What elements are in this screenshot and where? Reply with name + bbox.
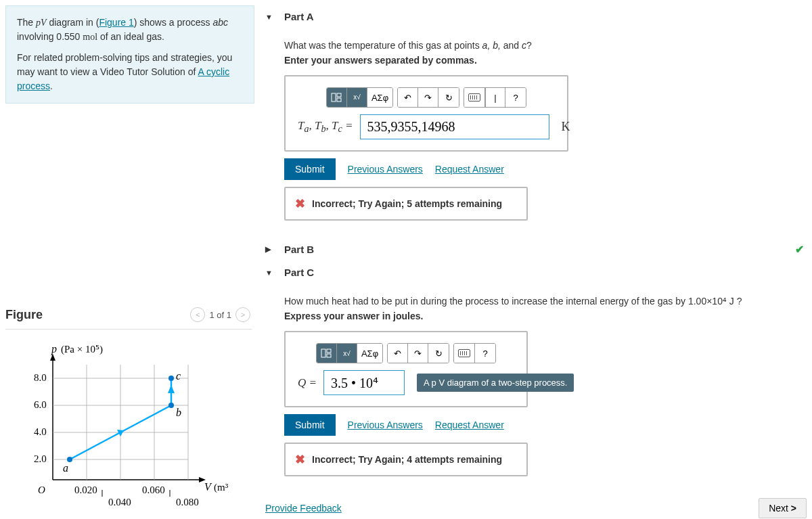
help-button[interactable]: ? xyxy=(475,344,495,363)
svg-rect-40 xyxy=(321,349,325,357)
svg-text:V: V xyxy=(204,481,212,493)
pager-next[interactable]: > xyxy=(235,307,250,322)
svg-text:0.020: 0.020 xyxy=(74,484,97,495)
part-a-question: What was the temperature of this gas at … xyxy=(284,40,809,51)
problem-statement: The pV diagram in (Figure 1) shows a pro… xyxy=(5,5,254,104)
pipe-icon[interactable]: | xyxy=(485,88,505,107)
part-b-header[interactable]: ▶ Part B ✔ xyxy=(265,237,809,261)
keyboard-icon[interactable] xyxy=(454,344,475,363)
svg-rect-42 xyxy=(327,354,331,357)
svg-text:a: a xyxy=(63,462,68,474)
request-answer-link-c[interactable]: Request Answer xyxy=(435,420,504,430)
part-c-instruction: Express your answer in joules. xyxy=(284,311,809,321)
pager-prev[interactable]: < xyxy=(190,307,205,322)
fraction-icon[interactable]: x√ xyxy=(347,88,367,107)
help-button[interactable]: ? xyxy=(505,88,526,107)
svg-text:0.060: 0.060 xyxy=(142,484,165,495)
svg-rect-39 xyxy=(337,98,341,101)
previous-answers-link[interactable]: Previous Answers xyxy=(348,164,423,175)
submit-button[interactable]: Submit xyxy=(284,158,336,180)
reset-icon[interactable]: ↻ xyxy=(428,344,449,363)
undo-icon[interactable]: ↶ xyxy=(398,88,418,107)
next-button[interactable]: Next > xyxy=(759,498,807,518)
redo-icon[interactable]: ↷ xyxy=(408,344,428,363)
reset-icon[interactable]: ↻ xyxy=(438,88,459,107)
svg-marker-15 xyxy=(168,385,175,393)
svg-marker-2 xyxy=(50,354,55,361)
svg-text:0.040: 0.040 xyxy=(108,497,131,507)
svg-text:p: p xyxy=(51,343,57,355)
check-icon: ✔ xyxy=(795,243,804,256)
svg-text:4.0: 4.0 xyxy=(34,426,47,437)
formula-toolbar: x√ ΑΣφ ↶ ↷ ↻ | ? xyxy=(298,87,555,108)
caret-right-icon: ▶ xyxy=(265,245,275,254)
previous-answers-link-c[interactable]: Previous Answers xyxy=(348,420,423,430)
undo-icon[interactable]: ↶ xyxy=(388,344,408,363)
answer-input-c[interactable] xyxy=(323,370,405,395)
caret-down-icon: ▼ xyxy=(265,269,275,277)
greek-letters-button[interactable]: ΑΣφ xyxy=(367,88,392,107)
redo-icon[interactable]: ↷ xyxy=(418,88,438,107)
provide-feedback-link[interactable]: Provide Feedback xyxy=(265,503,342,514)
submit-button-c[interactable]: Submit xyxy=(284,414,336,436)
svg-text:b: b xyxy=(176,407,181,418)
answer-input-a[interactable] xyxy=(360,114,549,139)
svg-text:O: O xyxy=(38,484,45,495)
part-c-question: How much heat had to be put in during th… xyxy=(284,296,809,307)
part-c-header[interactable]: ▼ Part C xyxy=(265,261,809,284)
svg-text:(Pa × 10⁵): (Pa × 10⁵) xyxy=(61,344,103,355)
svg-rect-41 xyxy=(327,349,331,353)
svg-rect-38 xyxy=(337,93,341,97)
svg-text:0.080: 0.080 xyxy=(176,497,199,507)
pv-diagram: a b c 8.0 6.0 4.0 2.0 O 0.020 0.040 0.06… xyxy=(5,338,229,514)
tooltip: A p V diagram of a two-step process. xyxy=(417,374,574,392)
part-a-instruction: Enter your answers separated by commas. xyxy=(284,55,809,66)
feedback-box-c: ✖ Incorrect; Try Again; 4 attempts remai… xyxy=(284,443,528,476)
svg-rect-37 xyxy=(332,93,336,101)
x-icon: ✖ xyxy=(295,196,305,211)
template-icon[interactable] xyxy=(317,344,337,363)
unit-kelvin: K xyxy=(562,120,570,134)
figure-title: Figure xyxy=(5,308,43,322)
svg-point-16 xyxy=(67,457,72,462)
svg-text:2.0: 2.0 xyxy=(34,453,47,464)
x-icon: ✖ xyxy=(295,452,305,467)
svg-point-18 xyxy=(168,376,174,381)
greek-letters-button[interactable]: ΑΣφ xyxy=(357,344,382,363)
formula-toolbar-c: x√ ΑΣφ ↶ ↷ ↻ ? xyxy=(298,343,514,363)
svg-text:8.0: 8.0 xyxy=(34,372,47,383)
request-answer-link[interactable]: Request Answer xyxy=(435,164,504,175)
answer-label-a: Ta, Tb, Tc = xyxy=(298,119,353,135)
svg-point-17 xyxy=(168,403,174,408)
figure-link[interactable]: Figure 1 xyxy=(99,17,133,28)
answer-label-c: Q = xyxy=(298,376,317,390)
svg-text:6.0: 6.0 xyxy=(34,399,47,410)
template-icon[interactable] xyxy=(327,88,347,107)
svg-text:(m³): (m³) xyxy=(214,482,229,493)
part-a-header[interactable]: ▼ Part A xyxy=(265,5,809,28)
caret-down-icon: ▼ xyxy=(265,13,275,21)
svg-text:c: c xyxy=(176,370,181,382)
figure-pager: < 1 of 1 > xyxy=(190,307,250,322)
keyboard-icon[interactable] xyxy=(464,88,485,107)
feedback-box-a: ✖ Incorrect; Try Again; 5 attempts remai… xyxy=(284,187,528,221)
fraction-icon[interactable]: x√ xyxy=(337,344,357,363)
